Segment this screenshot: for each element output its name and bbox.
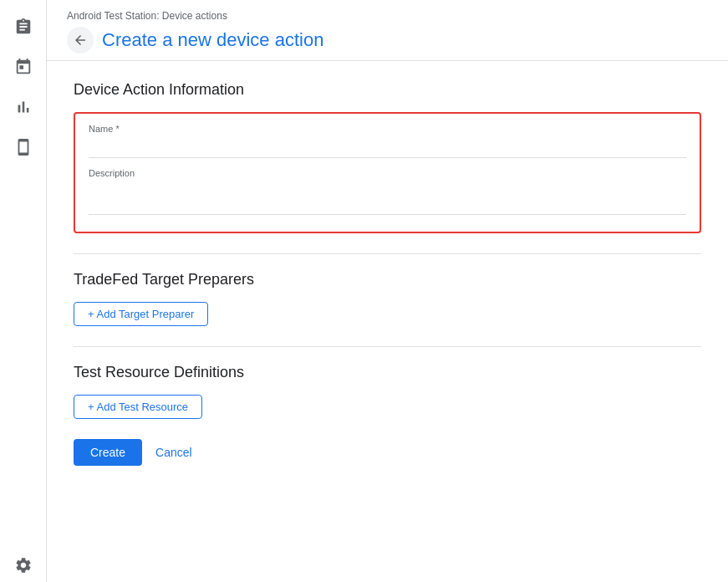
back-button[interactable] [67, 27, 94, 54]
sidebar-item-clipboard[interactable] [7, 10, 40, 43]
description-input[interactable] [89, 181, 686, 215]
cancel-button[interactable]: Cancel [155, 446, 192, 459]
create-button[interactable]: Create [74, 439, 142, 466]
name-label: Name * [89, 124, 686, 134]
add-test-resource-button[interactable]: + Add Test Resource [74, 395, 202, 419]
page-title: Create a new device action [102, 29, 323, 51]
page-header: Create a new device action [67, 27, 708, 54]
sidebar-item-calendar[interactable] [7, 50, 40, 84]
top-bar: Android Test Station: Device actions Cre… [47, 0, 728, 61]
device-action-info-section: Device Action Information Name * Descrip… [74, 81, 701, 233]
device-action-form-box: Name * Description [74, 112, 701, 233]
divider-1 [74, 253, 701, 254]
sidebar-item-devices[interactable] [7, 130, 40, 164]
action-buttons: Create Cancel [74, 439, 701, 466]
divider-2 [74, 346, 701, 347]
form-content: Device Action Information Name * Descrip… [47, 61, 728, 486]
device-action-section-title: Device Action Information [74, 81, 701, 99]
name-field: Name * [89, 124, 686, 158]
add-target-preparer-button[interactable]: + Add Target Preparer [74, 302, 208, 326]
description-field: Description [89, 168, 686, 218]
main-content: Android Test Station: Device actions Cre… [47, 0, 728, 582]
sidebar-item-analytics[interactable] [7, 90, 40, 124]
tradefed-section-title: TradeFed Target Preparers [74, 271, 701, 288]
sidebar [0, 0, 47, 582]
name-input[interactable] [89, 137, 686, 158]
description-label: Description [89, 168, 686, 178]
sidebar-item-settings[interactable] [7, 549, 40, 582]
breadcrumb: Android Test Station: Device actions [67, 10, 708, 22]
tradefed-section: TradeFed Target Preparers + Add Target P… [74, 271, 701, 326]
test-resources-section: Test Resource Definitions + Add Test Res… [74, 364, 701, 419]
test-resources-section-title: Test Resource Definitions [74, 364, 701, 381]
